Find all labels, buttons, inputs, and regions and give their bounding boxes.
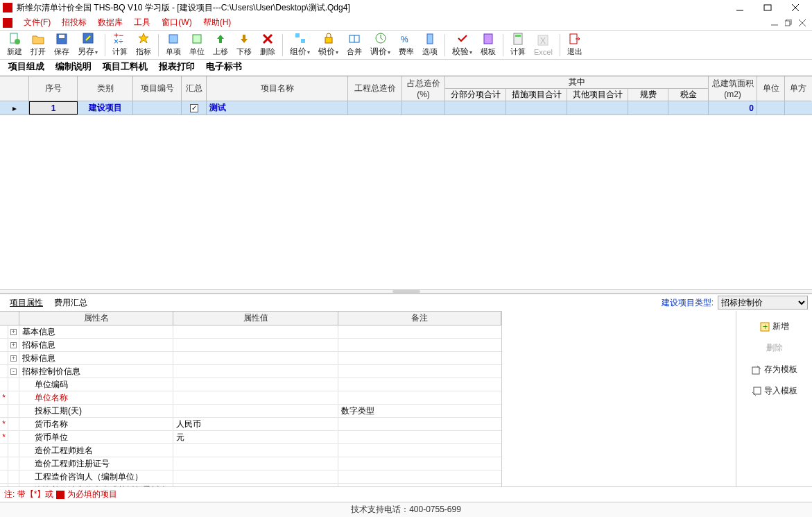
property-row[interactable]: *货币名称人民币: [0, 418, 501, 431]
col-seq[interactable]: 序号: [29, 76, 78, 101]
tb-unit[interactable]: 单位: [185, 31, 209, 59]
grid-body[interactable]: [0, 115, 812, 289]
property-row[interactable]: 造价工程师姓名: [0, 444, 501, 457]
property-value[interactable]: [173, 339, 338, 351]
tb-group[interactable]: 组价▾: [286, 31, 314, 59]
property-row[interactable]: *货币单位元: [0, 431, 501, 444]
expand-cell[interactable]: +: [8, 339, 19, 351]
property-value[interactable]: [173, 444, 338, 457]
col-sum[interactable]: 汇总: [182, 76, 207, 101]
col-sub1[interactable]: 分部分项合计: [445, 89, 506, 101]
minimize-button[interactable]: [726, 0, 754, 15]
property-row[interactable]: 工程造价咨询人（编制单位）: [0, 471, 501, 484]
project-type-select[interactable]: 招标控制价: [718, 296, 808, 310]
sum-checkbox[interactable]: [190, 104, 198, 112]
tb-calc2[interactable]: 计算: [506, 31, 530, 59]
tb-template[interactable]: 模板: [476, 31, 500, 59]
menu-db[interactable]: 数据库: [92, 15, 128, 30]
tb-option[interactable]: 选项: [418, 31, 442, 59]
property-value[interactable]: [173, 391, 338, 404]
tb-new[interactable]: 新建: [3, 31, 26, 59]
property-value[interactable]: [173, 325, 338, 338]
expand-cell[interactable]: +: [8, 352, 19, 364]
tb-single[interactable]: 单项: [162, 31, 185, 59]
property-row[interactable]: 单位编码: [0, 378, 501, 391]
tb-lock[interactable]: 锁价▾: [314, 31, 343, 59]
action-load-template[interactable]: 导入模板: [752, 385, 797, 397]
tab-material[interactable]: 项目工料机: [98, 58, 152, 76]
tb-save[interactable]: 保存: [50, 31, 74, 59]
property-grid: 属性名 属性值 备注 +基本信息+招标信息+投标信息-招标控制价信息单位编码*单…: [0, 311, 501, 486]
mdi-restore-icon[interactable]: [783, 17, 794, 28]
property-row[interactable]: -招标控制价信息: [0, 365, 501, 378]
col-area[interactable]: 总建筑面积 (m2): [709, 76, 757, 101]
menu-window[interactable]: 窗口(W): [156, 15, 197, 30]
tab-report[interactable]: 报表打印: [155, 58, 199, 76]
prop-col-name[interactable]: 属性名: [19, 312, 173, 325]
col-total[interactable]: 工程总造价: [348, 76, 402, 101]
tb-down[interactable]: 下移: [232, 31, 256, 59]
grid-row[interactable]: ▸ 1 建设项目 测试 0: [0, 101, 812, 115]
tb-saveas[interactable]: 另存▾: [74, 31, 102, 59]
expand-cell[interactable]: -: [8, 365, 19, 378]
tb-excel[interactable]: XExcel: [530, 31, 557, 59]
col-sub2[interactable]: 措施项目合计: [506, 89, 567, 101]
property-value[interactable]: 元: [173, 431, 338, 443]
menu-bid[interactable]: 招投标: [56, 15, 92, 30]
tab-ebid[interactable]: 电子标书: [202, 58, 246, 76]
tb-rate[interactable]: %费率: [395, 31, 418, 59]
col-owner[interactable]: 单方: [785, 76, 811, 101]
property-value[interactable]: [173, 378, 338, 391]
expand-cell[interactable]: +: [8, 325, 19, 338]
col-cat[interactable]: 类别: [78, 76, 133, 101]
property-row[interactable]: 投标工期(天)数字类型: [0, 405, 501, 418]
menu-help[interactable]: 帮助(H): [198, 15, 237, 30]
mdi-minimize-icon[interactable]: [769, 17, 780, 28]
col-name[interactable]: 项目名称: [207, 76, 348, 101]
tab-properties[interactable]: 项目属性: [4, 296, 49, 310]
close-button[interactable]: [781, 0, 809, 15]
prop-col-rem[interactable]: 备注: [338, 312, 501, 325]
property-value[interactable]: [173, 365, 338, 378]
property-value[interactable]: [173, 405, 338, 417]
tb-calc[interactable]: +−×÷计算: [108, 31, 132, 59]
col-unit[interactable]: 单位: [757, 76, 785, 101]
tb-verify[interactable]: 校验▾: [448, 31, 476, 59]
tb-adjust[interactable]: 调价▾: [366, 31, 395, 59]
tb-exit[interactable]: 退出: [563, 31, 587, 59]
property-name: 工程造价咨询人（编制单位）: [19, 471, 173, 483]
tab-description[interactable]: 编制说明: [51, 58, 96, 76]
menu-file[interactable]: 文件(F): [18, 15, 56, 30]
menu-tool[interactable]: 工具: [128, 15, 156, 30]
tb-up[interactable]: 上移: [209, 31, 232, 59]
property-row[interactable]: *单位名称: [0, 391, 501, 405]
col-pct[interactable]: 占总造价 (%): [402, 76, 445, 101]
tb-del[interactable]: 删除: [256, 31, 279, 59]
col-sub4[interactable]: 规费: [628, 89, 668, 101]
property-value[interactable]: 人民币: [173, 418, 338, 430]
expand-icon[interactable]: +: [10, 329, 17, 335]
property-value[interactable]: [173, 352, 338, 364]
property-row[interactable]: +基本信息: [0, 325, 501, 339]
col-code[interactable]: 项目编号: [133, 76, 182, 101]
expand-icon[interactable]: +: [10, 342, 17, 348]
mdi-close-icon[interactable]: [797, 17, 808, 28]
property-row[interactable]: +投标信息: [0, 352, 501, 365]
tb-index[interactable]: 指标: [132, 31, 155, 59]
property-row[interactable]: 造价工程师注册证号: [0, 457, 501, 471]
maximize-button[interactable]: [754, 0, 781, 15]
tab-composition[interactable]: 项目组成: [4, 58, 49, 76]
prop-col-val[interactable]: 属性值: [173, 312, 338, 325]
expand-icon[interactable]: +: [10, 355, 17, 362]
tab-fee-summary[interactable]: 费用汇总: [49, 296, 93, 310]
property-row[interactable]: +招标信息: [0, 339, 501, 352]
property-value[interactable]: [173, 471, 338, 483]
action-add[interactable]: +新增: [760, 321, 789, 332]
action-save-template[interactable]: 存为模板: [752, 364, 797, 375]
collapse-icon[interactable]: -: [10, 368, 17, 375]
tb-merge[interactable]: 合并: [343, 31, 366, 59]
col-sub5[interactable]: 税金: [668, 89, 709, 101]
property-value[interactable]: [173, 457, 338, 470]
col-sub3[interactable]: 其他项目合计: [567, 89, 628, 101]
tb-open[interactable]: 打开: [26, 31, 50, 59]
